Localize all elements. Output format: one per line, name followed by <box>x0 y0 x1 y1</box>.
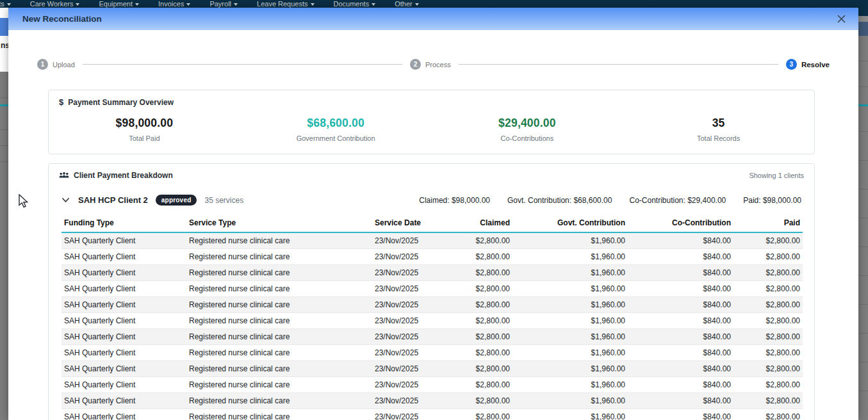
table-row: SAH Quarterly ClientRegistered nurse cli… <box>61 329 803 345</box>
table-cell: $840.00 <box>628 329 733 345</box>
table-row: SAH Quarterly ClientRegistered nurse cli… <box>61 361 803 377</box>
table-cell: $2,800.00 <box>733 345 803 361</box>
table-cell: Registered nurse clinical care <box>186 232 372 249</box>
stat-total-records: 35 Total Records <box>623 117 814 142</box>
showing-clients-count: Showing 1 clients <box>749 172 804 179</box>
step-resolve[interactable]: 3 Resolve <box>786 59 830 70</box>
table-cell: SAH Quarterly Client <box>61 393 186 409</box>
background-page-right-sliver <box>858 0 868 420</box>
stat-value: 35 <box>623 117 814 130</box>
step-upload[interactable]: 1 Upload <box>37 59 75 70</box>
breakdown-header: Client Payment Breakdown Showing 1 clien… <box>49 164 814 184</box>
client-total-paid: Paid: $98,000.00 <box>743 196 801 205</box>
col-service-type: Service Type <box>186 215 372 232</box>
table-cell: 23/Nov/2025 <box>372 249 450 265</box>
table-cell: SAH Quarterly Client <box>61 345 186 361</box>
table-cell: 23/Nov/2025 <box>372 265 450 281</box>
col-paid: Paid <box>733 215 803 232</box>
table-row: SAH Quarterly ClientRegistered nurse cli… <box>61 313 803 329</box>
nav-item-clients[interactable]: ents <box>0 1 20 8</box>
table-cell: $2,800.00 <box>733 361 803 377</box>
client-total-co: Co-Contribution: $29,400.00 <box>629 196 726 205</box>
table-cell: SAH Quarterly Client <box>61 281 186 297</box>
table-cell: $1,960.00 <box>512 377 628 393</box>
stat-value: $68,600.00 <box>240 117 432 130</box>
table-cell: $2,800.00 <box>450 393 512 409</box>
table-cell: 23/Nov/2025 <box>372 297 450 313</box>
nav-item-other[interactable]: Other <box>385 1 429 8</box>
nav-item-equipment[interactable]: Equipment <box>89 1 149 8</box>
table-cell: $2,800.00 <box>733 377 803 393</box>
table-cell: $840.00 <box>628 377 733 393</box>
stat-label: Co-Contributions <box>432 134 623 142</box>
stat-government-contribution: $68,600.00 Government Contribution <box>240 117 432 142</box>
table-cell: $1,960.00 <box>512 393 628 409</box>
stat-total-paid: $98,000.00 Total Paid <box>49 117 240 142</box>
table-cell: $2,800.00 <box>733 329 803 345</box>
background-dimmed-table-left <box>0 72 8 420</box>
nav-item-invoices[interactable]: Invoices <box>149 1 200 8</box>
client-totals: Claimed: $98,000.00 Govt. Contribution: … <box>419 196 801 205</box>
table-cell: $2,800.00 <box>733 393 803 409</box>
summary-stats: $98,000.00 Total Paid $68,600.00 Governm… <box>49 111 814 154</box>
table-cell: Registered nurse clinical care <box>186 297 372 313</box>
table-row: SAH Quarterly ClientRegistered nurse cli… <box>61 297 803 313</box>
stat-label: Government Contribution <box>240 134 432 142</box>
table-cell: Registered nurse clinical care <box>186 249 372 265</box>
step-label: Process <box>425 61 451 69</box>
table-cell: $2,800.00 <box>733 281 803 297</box>
table-cell: $2,800.00 <box>450 297 512 313</box>
users-icon <box>59 172 69 179</box>
nav-item-care-workers[interactable]: Care Workers <box>20 1 90 8</box>
table-cell: $2,800.00 <box>450 345 512 361</box>
modal-header: New Reconciliation <box>8 8 858 30</box>
chevron-down-icon <box>372 3 375 6</box>
close-icon[interactable] <box>834 12 848 26</box>
table-cell: $840.00 <box>628 393 733 409</box>
table-cell: 23/Nov/2025 <box>372 329 450 345</box>
client-group-row[interactable]: SAH HCP Client 2 approved 35 services Cl… <box>49 184 814 211</box>
table-cell: SAH Quarterly Client <box>61 249 186 265</box>
stat-label: Total Paid <box>49 134 240 142</box>
nav-item-documents[interactable]: Documents <box>324 1 386 8</box>
table-cell: $2,800.00 <box>450 361 512 377</box>
table-cell: 23/Nov/2025 <box>372 232 450 249</box>
chevron-down-icon <box>76 3 79 6</box>
table-row: SAH Quarterly ClientRegistered nurse cli… <box>61 393 803 409</box>
table-cell: $1,960.00 <box>512 265 628 281</box>
stat-value: $29,400.00 <box>432 117 623 130</box>
step-label: Upload <box>53 61 75 69</box>
nav-item-leave-requests[interactable]: Leave Requests <box>247 1 324 8</box>
background-page-left-sliver: ns <box>0 8 8 420</box>
table-cell: $2,800.00 <box>733 409 803 420</box>
payment-summary-card: $ Payment Summary Overview $98,000.00 To… <box>48 90 815 154</box>
step-process[interactable]: 2 Process <box>410 59 451 70</box>
table-cell: $2,800.00 <box>450 329 512 345</box>
table-cell: $840.00 <box>628 345 733 361</box>
table-cell: $2,800.00 <box>733 297 803 313</box>
table-cell: $2,800.00 <box>450 377 512 393</box>
table-cell: 23/Nov/2025 <box>372 377 450 393</box>
col-co-contribution: Co-Contribution <box>628 215 733 232</box>
stat-label: Total Records <box>623 134 814 142</box>
table-cell: SAH Quarterly Client <box>61 297 186 313</box>
table-cell: SAH Quarterly Client <box>61 265 186 281</box>
table-cell: $2,800.00 <box>450 265 512 281</box>
table-cell: SAH Quarterly Client <box>61 313 186 329</box>
table-cell: $840.00 <box>628 232 733 249</box>
table-cell: $1,960.00 <box>512 361 628 377</box>
table-header-row: Funding Type Service Type Service Date C… <box>61 215 803 232</box>
chevron-down-icon <box>186 3 190 6</box>
table-cell: Registered nurse clinical care <box>186 265 372 281</box>
table-cell: SAH Quarterly Client <box>61 329 186 345</box>
table-row: SAH Quarterly ClientRegistered nurse cli… <box>61 281 803 297</box>
table-cell: $1,960.00 <box>512 329 628 345</box>
nav-item-payroll[interactable]: Payroll <box>200 1 247 8</box>
chevron-down-icon <box>7 3 11 6</box>
chevron-down-icon[interactable] <box>61 197 70 203</box>
background-navbar-fragment <box>858 0 868 16</box>
table-cell: $1,960.00 <box>512 409 628 420</box>
table-cell: 23/Nov/2025 <box>372 393 450 409</box>
mouse-cursor <box>19 194 29 211</box>
table-cell: 23/Nov/2025 <box>372 409 450 420</box>
